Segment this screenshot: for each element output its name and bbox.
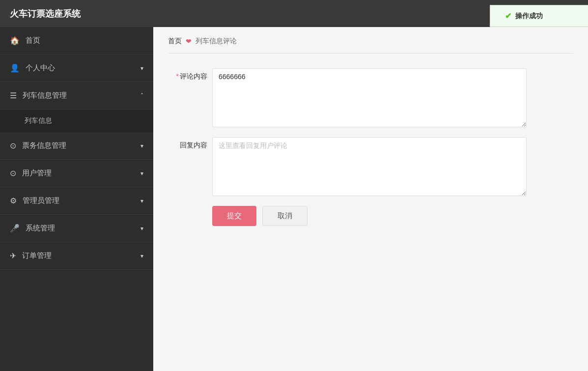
chevron-down-icon-6: ▾	[140, 253, 143, 259]
mic-icon: 🎤	[10, 224, 20, 233]
user-icon: 👤	[10, 63, 20, 73]
chevron-down-icon-5: ▾	[140, 225, 143, 232]
reply-textarea[interactable]	[212, 137, 527, 196]
sidebar-item-ticket-mgmt[interactable]: ⊙ 票务信息管理 ▾	[0, 132, 153, 160]
sidebar-label-train-info: 列车信息	[25, 116, 52, 125]
comment-label: *评论内容	[168, 68, 212, 81]
sidebar-item-order-mgmt[interactable]: ✈ 订单管理 ▾	[0, 242, 153, 270]
ticket-icon: ⊙	[10, 141, 16, 150]
sidebar-label-user-mgmt: 用户管理	[22, 169, 52, 178]
chevron-down-icon: ▾	[140, 65, 143, 72]
cancel-button[interactable]: 取消	[262, 206, 308, 226]
comment-textarea[interactable]: 6666666	[212, 68, 527, 127]
breadcrumb: 首页 ❤ 列车信息评论	[168, 37, 573, 54]
list-icon: ☰	[10, 91, 17, 100]
heart-icon: ❤	[186, 37, 192, 45]
sidebar-label-order-mgmt: 订单管理	[22, 251, 52, 260]
chevron-up-icon: ˄	[140, 92, 143, 99]
comment-row: *评论内容 6666666	[168, 68, 573, 127]
form-container: *评论内容 6666666 回复内容 提交 取消	[168, 63, 573, 231]
sidebar-label-personal: 个人中心	[26, 63, 55, 73]
main-content: 首页 ❤ 列车信息评论 *评论内容 6666666 回复内容 提交 取消	[153, 27, 588, 371]
sidebar-item-train-mgmt[interactable]: ☰ 列车信息管理 ˄	[0, 82, 153, 110]
sidebar-item-train-info[interactable]: 列车信息	[0, 110, 153, 132]
notification-text: 操作成功	[515, 12, 543, 21]
sidebar-label-home: 首页	[26, 36, 40, 45]
sidebar-item-home[interactable]: 🏠 首页	[0, 27, 153, 55]
sidebar-item-admin-mgmt[interactable]: ⚙ 管理员管理 ▾	[0, 187, 153, 215]
app-title: 火车订票选座系统	[10, 8, 81, 20]
users-icon: ⊙	[10, 169, 16, 178]
sidebar-label-ticket-mgmt: 票务信息管理	[22, 141, 66, 150]
app-header: 火车订票选座系统 ✔ 操作成功	[0, 0, 588, 27]
sidebar-item-sys-mgmt[interactable]: 🎤 系统管理 ▾	[0, 215, 153, 242]
submit-button[interactable]: 提交	[212, 206, 256, 226]
sidebar-label-sys-mgmt: 系统管理	[26, 224, 55, 233]
required-mark: *	[176, 72, 179, 80]
chevron-down-icon-4: ▾	[140, 198, 143, 204]
body-wrap: 🏠 首页 👤 个人中心 ▾ ☰ 列车信息管理 ˄ 列车信息 ⊙ 票务信息管理 ▾…	[0, 27, 588, 371]
sidebar-label-train-mgmt: 列车信息管理	[23, 91, 67, 100]
sidebar-item-user-mgmt[interactable]: ⊙ 用户管理 ▾	[0, 160, 153, 187]
sidebar-item-personal[interactable]: 👤 个人中心 ▾	[0, 55, 153, 82]
sidebar-label-admin-mgmt: 管理员管理	[23, 196, 59, 205]
check-icon: ✔	[505, 11, 511, 21]
reply-label: 回复内容	[168, 137, 212, 150]
notification-banner: ✔ 操作成功	[490, 5, 588, 27]
reply-row: 回复内容	[168, 137, 573, 196]
sidebar: 🏠 首页 👤 个人中心 ▾ ☰ 列车信息管理 ˄ 列车信息 ⊙ 票务信息管理 ▾…	[0, 27, 153, 371]
button-row: 提交 取消	[168, 206, 573, 226]
home-icon: 🏠	[10, 36, 20, 45]
chevron-down-icon-2: ▾	[140, 143, 143, 149]
breadcrumb-current: 列车信息评论	[196, 37, 237, 46]
breadcrumb-home[interactable]: 首页	[168, 37, 182, 46]
gear-icon: ⚙	[10, 196, 17, 205]
chevron-down-icon-3: ▾	[140, 170, 143, 177]
send-icon: ✈	[10, 251, 16, 260]
